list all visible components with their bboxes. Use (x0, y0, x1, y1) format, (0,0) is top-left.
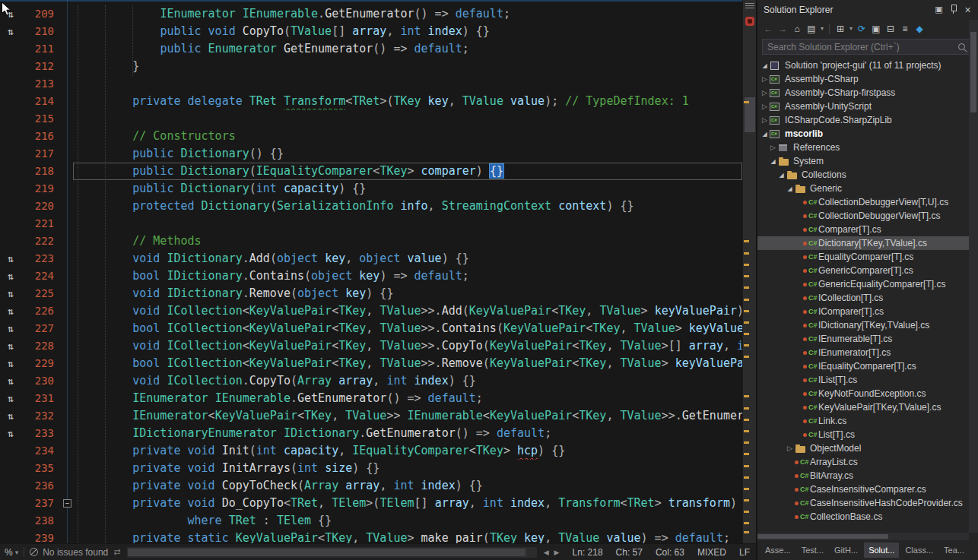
back-icon[interactable]: ← (761, 22, 775, 36)
glyph-margin[interactable] (0, 442, 21, 460)
code-line[interactable]: 216 // Constructors (0, 128, 756, 145)
tree-item[interactable]: C#CaseInsensitiveHashCodeProvider.cs (757, 496, 978, 510)
expanded-arrow-icon[interactable]: ◢ (769, 158, 777, 165)
reference-glyph-icon[interactable]: ⇅ (0, 425, 21, 442)
tree-item[interactable]: ▷ObjectModel (757, 441, 978, 455)
code-line[interactable]: ⇅226 void ICollection<KeyValuePair<TKey,… (0, 302, 756, 320)
switch-views-icon[interactable]: ▤ (805, 22, 818, 36)
code-line[interactable]: 239 private static KeyValuePair<TKey, TV… (0, 530, 756, 543)
tree-item[interactable]: ▷Assembly-CSharp (757, 72, 978, 86)
editor-vertical-scrollbar[interactable] (742, 0, 756, 543)
tree-item[interactable]: ◢Generic (757, 182, 978, 195)
code-line[interactable]: 217 public Dictionary() {} (0, 145, 756, 163)
code-line[interactable]: ⇅224 bool IDictionary.Contains(object ke… (0, 267, 756, 285)
home-icon[interactable]: ⌂ (790, 22, 804, 36)
reference-glyph-icon[interactable]: ⇅ (0, 337, 21, 355)
collapsed-arrow-icon[interactable]: ▷ (760, 75, 769, 83)
tree-item[interactable]: ◢mscorlib (757, 127, 978, 141)
tree-item[interactable]: ◢Solution 'project-gui' (11 of 11 projec… (757, 59, 978, 72)
code-line[interactable]: 213 (0, 75, 756, 93)
code-line[interactable]: 221 (0, 215, 756, 233)
tool-window-tab[interactable]: Tea... (939, 543, 969, 558)
search-input[interactable] (763, 42, 958, 52)
glyph-margin[interactable] (0, 495, 21, 512)
code-line[interactable]: ⇅209 IEnumerator IEnumerable.GetEnumerat… (0, 5, 756, 23)
glyph-margin[interactable] (0, 40, 21, 58)
code-line[interactable]: 212 } (0, 58, 756, 75)
code-line[interactable]: 236 private void CopyToCheck(Array array… (0, 477, 756, 495)
expanded-arrow-icon[interactable]: ◢ (786, 185, 794, 192)
code-editor[interactable]: ⇅209 IEnumerator IEnumerable.GetEnumerat… (0, 0, 756, 543)
reference-glyph-icon[interactable]: ⇅ (0, 390, 21, 407)
tree-item[interactable]: C#CaseInsensitiveComparer.cs (757, 482, 978, 496)
tree-item[interactable]: C#CollectionDebuggerView[T].cs (757, 209, 978, 223)
glyph-margin[interactable] (0, 198, 21, 215)
tree-item[interactable]: C#Link.cs (757, 414, 978, 428)
zoom-control[interactable]: % ▾ (5, 547, 18, 558)
tree-item[interactable]: C#CollectionBase.cs (757, 510, 978, 524)
glyph-margin[interactable] (0, 110, 21, 128)
code-line[interactable]: 214 private delegate TRet Transform<TRet… (0, 93, 756, 110)
horizontal-scrollbar-thumb[interactable] (128, 549, 525, 556)
collapsed-arrow-icon[interactable]: ▷ (786, 445, 794, 452)
close-icon[interactable]: × (961, 4, 975, 16)
filter-caret-icon[interactable]: ▾ (848, 22, 854, 36)
solution-explorer-titlebar[interactable]: Solution Explorer ▣ × (757, 0, 978, 19)
code-line[interactable]: ⇅225 void IDictionary.Remove(object key)… (0, 285, 756, 302)
tree-item[interactable]: C#List[T].cs (757, 428, 978, 441)
switch-views-caret-icon[interactable]: ▾ (819, 22, 825, 36)
horizontal-scrollbar[interactable] (127, 547, 536, 558)
reference-glyph-icon[interactable]: ⇅ (0, 372, 21, 390)
code-line[interactable]: 234 private void Init(int capacity, IEqu… (0, 442, 756, 460)
code-line[interactable]: ⇅231 IEnumerator IEnumerable.GetEnumerat… (0, 390, 756, 407)
tree-item[interactable]: C#Comparer[T].cs (757, 223, 978, 236)
reference-glyph-icon[interactable]: ⇅ (0, 302, 21, 320)
tree-item[interactable]: ▷Assembly-CSharp-firstpass (757, 86, 978, 100)
code-line[interactable]: 238 where TRet : TElem {} (0, 512, 756, 530)
glyph-margin[interactable] (0, 145, 21, 163)
tree-item[interactable]: C#IEnumerable[T].cs (757, 332, 978, 346)
collapsed-arrow-icon[interactable]: ▷ (769, 144, 777, 151)
code-line[interactable]: 237− private void Do_CopyTo<TRet, TElem>… (0, 495, 756, 512)
expanded-arrow-icon[interactable]: ◢ (760, 62, 769, 69)
glyph-margin[interactable] (0, 215, 21, 233)
tree-hscrollbar-thumb[interactable] (757, 534, 888, 539)
tree-item[interactable]: ▷ICSharpCode.SharpZipLib (757, 113, 978, 127)
refresh-icon[interactable]: ▣ (869, 22, 883, 36)
expanded-arrow-icon[interactable]: ◢ (760, 131, 769, 138)
reference-glyph-icon[interactable]: ⇅ (0, 407, 21, 425)
tree-item[interactable]: ▷References (757, 141, 978, 154)
search-icon[interactable] (958, 43, 965, 50)
code-line[interactable]: ⇅229 bool ICollection<KeyValuePair<TKey,… (0, 355, 756, 372)
code-line[interactable]: ⇅233 IDictionaryEnumerator IDictionary.G… (0, 425, 756, 442)
tool-window-tab[interactable]: GitH... (830, 543, 862, 558)
window-position-icon[interactable]: ▣ (932, 5, 946, 14)
show-all-files-icon[interactable]: ≡ (898, 22, 912, 36)
split-grip-icon[interactable] (745, 3, 754, 9)
properties-icon[interactable]: ◆ (913, 22, 926, 36)
glyph-margin[interactable] (0, 163, 21, 180)
code-line[interactable]: ⇅223 void IDictionary.Add(object key, ob… (0, 250, 756, 267)
tool-window-tab[interactable]: Test... (797, 543, 828, 558)
tree-horizontal-scrollbar[interactable] (757, 533, 969, 540)
fold-collapse-box[interactable]: − (63, 499, 71, 508)
forward-icon[interactable]: → (776, 22, 789, 36)
tree-item[interactable]: C#IEqualityComparer[T].cs (757, 359, 978, 373)
reference-glyph-icon[interactable]: ⇅ (0, 355, 21, 372)
collapse-all-icon[interactable]: ⊟ (884, 22, 897, 36)
reference-glyph-icon[interactable]: ⇅ (0, 267, 21, 285)
glyph-margin[interactable] (0, 530, 21, 543)
tree-item[interactable]: ▷Assembly-UnityScript (757, 100, 978, 113)
code-line[interactable]: ⇅228 void ICollection<KeyValuePair<TKey,… (0, 337, 756, 355)
tree-item[interactable]: C#IComparer[T].cs (757, 305, 978, 318)
code-line[interactable]: 220 protected Dictionary(SerializationIn… (0, 198, 756, 215)
collapsed-arrow-icon[interactable]: ▷ (760, 116, 769, 124)
code-line[interactable]: 218 public Dictionary(IEqualityComparer<… (0, 163, 756, 180)
tool-window-tab[interactable]: Class... (900, 543, 938, 558)
glyph-margin[interactable] (0, 512, 21, 530)
reference-glyph-icon[interactable]: ⇅ (0, 320, 21, 337)
glyph-margin[interactable] (0, 128, 21, 145)
search-box[interactable] (762, 39, 973, 55)
tree-item[interactable]: C#BitArray.cs (757, 469, 978, 482)
tree-item[interactable]: ◢System (757, 154, 978, 168)
